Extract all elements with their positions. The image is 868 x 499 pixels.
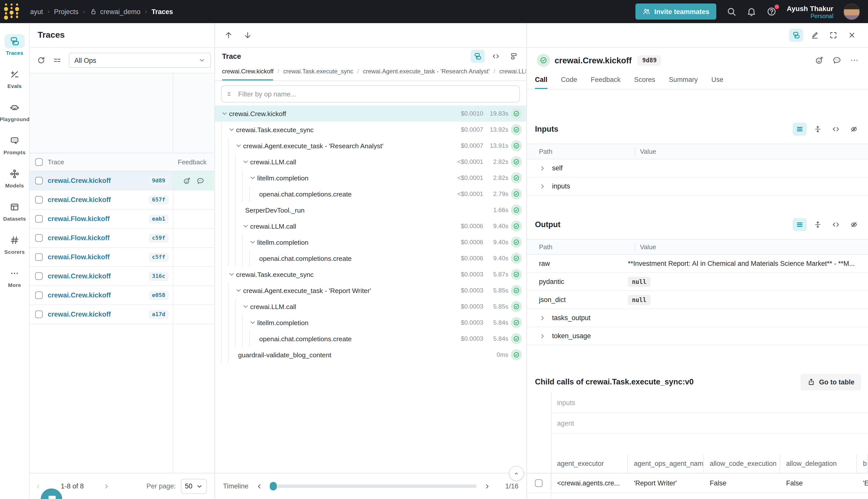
next-page-icon[interactable] bbox=[98, 483, 115, 490]
expand-rows-button[interactable] bbox=[811, 123, 825, 136]
trace-link[interactable]: crewai.Crew.kickoff bbox=[48, 177, 111, 184]
trace-id-badge[interactable]: e058 bbox=[148, 291, 169, 300]
table-row[interactable]: crewai.Crew.kickoff657f bbox=[30, 191, 214, 209]
prev-page-icon[interactable] bbox=[30, 483, 47, 490]
path-tab[interactable]: crewai.LLM.cal bbox=[499, 64, 526, 81]
table-row[interactable]: crewai.Flow.kickoffeab1 bbox=[30, 209, 214, 229]
trace-panel-toggle-button[interactable] bbox=[789, 29, 803, 42]
edit-pencil-icon[interactable] bbox=[808, 29, 822, 42]
tab-use[interactable]: Use bbox=[711, 73, 723, 89]
trace-tree-row[interactable]: crewai.LLM.call$0.00069.40s bbox=[215, 218, 526, 234]
row-checkbox[interactable] bbox=[35, 177, 43, 184]
chevron-right-icon[interactable] bbox=[539, 165, 549, 172]
filter-columns-icon[interactable] bbox=[53, 56, 62, 65]
trace-tree-row[interactable]: crewai.LLM.call<$0.00012.82s bbox=[215, 154, 526, 170]
sidebar-item-evals[interactable]: Evals bbox=[0, 67, 29, 98]
table-row[interactable]: crewai.Crew.kickoffa17d bbox=[30, 305, 214, 324]
row-checkbox[interactable] bbox=[35, 291, 43, 299]
trace-tree-row[interactable]: litellm.completion<$0.00012.82s bbox=[215, 170, 526, 186]
chevron-down-icon[interactable] bbox=[249, 239, 257, 246]
trace-id-badge[interactable]: 9d89 bbox=[148, 176, 169, 185]
path-tab[interactable]: crewai.Agent.execute_task - 'Research An… bbox=[363, 64, 489, 81]
table-row[interactable]: <crewai.agents.cre...'Report Writer'Fals… bbox=[527, 473, 868, 493]
trace-tree-row[interactable]: openai.chat.completions.create<$0.00012.… bbox=[215, 186, 526, 202]
scroll-to-top-button[interactable] bbox=[509, 466, 524, 481]
tree-view-button[interactable] bbox=[471, 49, 485, 63]
trace-link[interactable]: crewai.Crew.kickoff bbox=[48, 272, 111, 280]
add-reaction-icon[interactable] bbox=[183, 177, 191, 185]
trace-link[interactable]: crewai.Crew.kickoff bbox=[48, 196, 111, 204]
breadcrumb-item-ayut[interactable]: ayut bbox=[30, 8, 43, 15]
close-icon[interactable] bbox=[845, 29, 859, 42]
path-tab[interactable]: crewai.Crew.kickoff bbox=[222, 64, 273, 81]
trace-link[interactable]: crewai.Flow.kickoff bbox=[48, 234, 110, 242]
wandb-logo-icon[interactable] bbox=[0, 3, 23, 20]
sidebar-item-scorers[interactable]: Scorers bbox=[0, 233, 29, 264]
fullscreen-icon[interactable] bbox=[826, 29, 840, 42]
sidebar-item-prompts[interactable]: Prompts bbox=[0, 134, 29, 165]
row-checkbox[interactable] bbox=[35, 215, 43, 223]
column-header-allow_delegation[interactable]: allow_delegation bbox=[780, 454, 857, 473]
chevron-right-icon[interactable] bbox=[539, 314, 549, 321]
trace-id-badge[interactable]: c59f bbox=[148, 233, 169, 242]
notifications-bell-icon[interactable] bbox=[746, 7, 756, 16]
table-row[interactable]: crewai.Crew.kickoffe058 bbox=[30, 286, 214, 305]
trace-tree-row[interactable]: crewai.Task.execute_sync$0.00035.87s bbox=[215, 266, 526, 282]
trace-tree-row[interactable]: crewai.Agent.execute_task - 'Research An… bbox=[215, 138, 526, 154]
tab-summary[interactable]: Summary bbox=[669, 73, 698, 89]
chevron-down-icon[interactable] bbox=[228, 126, 236, 133]
expand-rows-button[interactable] bbox=[811, 218, 825, 231]
table-row[interactable]: <crewai.agents.cre...'Research Analyst'F… bbox=[527, 493, 868, 499]
chevron-down-icon[interactable] bbox=[249, 174, 257, 181]
sidebar-item-models[interactable]: Models bbox=[0, 167, 29, 198]
trace-tree-row[interactable]: crewai.Crew.kickoff$0.001019.83s bbox=[215, 106, 526, 122]
sidebar-item-playground[interactable]: Playground bbox=[0, 100, 29, 132]
json-view-button[interactable] bbox=[829, 218, 843, 231]
trace-tree-row[interactable]: crewai.Agent.execute_task - 'Report Writ… bbox=[215, 282, 526, 299]
comment-icon[interactable] bbox=[196, 177, 204, 185]
user-menu[interactable]: Ayush Thakur Personal bbox=[786, 4, 833, 19]
row-checkbox[interactable] bbox=[35, 272, 43, 280]
timeline-next-icon[interactable] bbox=[477, 483, 498, 490]
tab-code[interactable]: Code bbox=[561, 73, 578, 89]
trace-tree-row[interactable]: openai.chat.completions.create$0.00035.8… bbox=[215, 331, 526, 347]
timeline-prev-icon[interactable] bbox=[248, 483, 270, 490]
trace-link[interactable]: crewai.Flow.kickoff bbox=[48, 215, 110, 223]
sidebar-item-datasets[interactable]: Datasets bbox=[0, 200, 29, 231]
table-row[interactable]: crewai.Crew.kickoff316c bbox=[30, 267, 214, 286]
trace-id-badge[interactable]: eab1 bbox=[148, 214, 169, 223]
arrow-down-icon[interactable] bbox=[243, 31, 252, 40]
row-checkbox[interactable] bbox=[35, 234, 43, 242]
row-checkbox[interactable] bbox=[35, 253, 43, 261]
sidebar-item-more[interactable]: More bbox=[0, 266, 29, 297]
expanded-view-button[interactable] bbox=[793, 218, 807, 231]
hide-values-button[interactable] bbox=[847, 218, 861, 231]
json-view-button[interactable] bbox=[829, 123, 843, 136]
chevron-down-icon[interactable] bbox=[249, 319, 257, 326]
chevron-right-icon[interactable] bbox=[539, 332, 549, 339]
trace-id-badge[interactable]: 657f bbox=[148, 195, 169, 204]
expanded-view-button[interactable] bbox=[793, 123, 807, 136]
trace-id-badge[interactable]: a17d bbox=[148, 310, 169, 319]
tab-call[interactable]: Call bbox=[535, 73, 547, 89]
column-header-agent_executor[interactable]: agent_executor bbox=[551, 454, 628, 473]
tab-scores[interactable]: Scores bbox=[634, 73, 655, 89]
chevron-down-icon[interactable] bbox=[221, 110, 229, 117]
breadcrumb-item-Projects[interactable]: Projects bbox=[54, 8, 78, 15]
row-checkbox[interactable] bbox=[535, 479, 543, 487]
ops-filter-select[interactable]: All Ops bbox=[69, 53, 211, 68]
trace-tree-row[interactable]: litellm.completion$0.00069.40s bbox=[215, 234, 526, 250]
column-header-agent_ops_agent_name[interactable]: agent_ops_agent_name bbox=[628, 454, 704, 473]
breadcrumb-item-Traces[interactable]: Traces bbox=[151, 8, 173, 15]
code-view-button[interactable] bbox=[489, 49, 503, 63]
op-filter-input[interactable]: Filter by op name... bbox=[221, 85, 520, 102]
refresh-icon[interactable] bbox=[37, 56, 46, 65]
add-reaction-icon[interactable] bbox=[815, 56, 824, 65]
column-header-b[interactable]: b bbox=[857, 454, 867, 473]
comment-icon[interactable] bbox=[832, 56, 841, 65]
avatar[interactable] bbox=[843, 3, 860, 20]
chevron-right-icon[interactable] bbox=[539, 183, 549, 190]
chevron-down-icon[interactable] bbox=[242, 158, 250, 165]
sidebar-item-traces[interactable]: Traces bbox=[0, 34, 29, 65]
row-checkbox[interactable] bbox=[35, 311, 43, 318]
